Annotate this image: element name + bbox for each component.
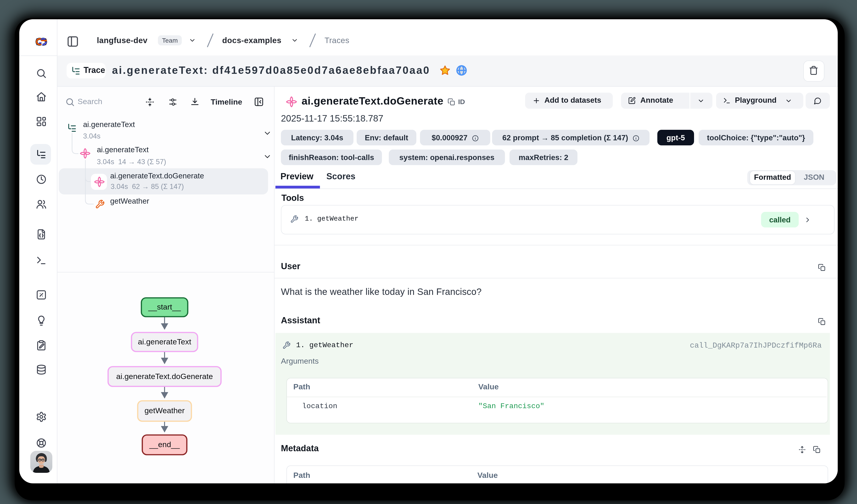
svg-text:ai.generateText.doGenerate: ai.generateText.doGenerate (116, 372, 213, 381)
svg-text:getWeather: getWeather (144, 406, 185, 415)
svg-text:ai.generateText: ai.generateText (138, 337, 191, 346)
svg-text:__start__: __start__ (148, 302, 181, 311)
svg-text:__end__: __end__ (149, 440, 180, 449)
